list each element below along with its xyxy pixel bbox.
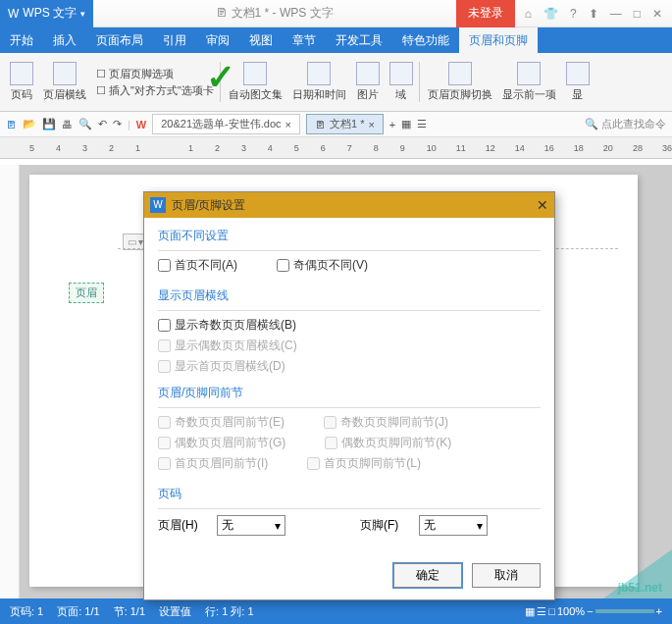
minimize-icon[interactable]: — <box>610 7 622 21</box>
wps-w-icon[interactable]: W <box>136 119 146 130</box>
status-cursor: 设置值 <box>159 604 191 619</box>
tab-header-footer[interactable]: 页眉和页脚 <box>459 27 538 53</box>
footer-pagenum-select[interactable]: 无▾ <box>419 515 488 536</box>
page-number-button[interactable]: 页码 <box>6 62 37 102</box>
first-header-line-checkbox: 显示首页页眉横线(D) <box>158 358 541 375</box>
zoom-out-button[interactable]: − <box>587 605 593 617</box>
undo-icon[interactable]: ↶ <box>98 118 107 130</box>
horizontal-ruler[interactable]: 54321123456789101112141618202836 <box>0 137 672 159</box>
footer-pagenum-label: 页脚(F) <box>360 517 411 534</box>
tab-review[interactable]: 审阅 <box>196 27 239 53</box>
print-icon[interactable]: 🖶 <box>62 119 73 130</box>
tab-pagelayout[interactable]: 页面布局 <box>86 27 153 53</box>
open-icon[interactable]: 📂 <box>23 118 36 130</box>
group-page-diff-title: 页面不同设置 <box>158 228 541 244</box>
tab-feature[interactable]: 特色功能 <box>392 27 459 53</box>
show-next-button[interactable]: 显 <box>562 62 594 102</box>
chevron-down-icon: ▾ <box>275 519 281 533</box>
insert-align-tab-button[interactable]: ☐ 插入"对齐方式"选项卡 <box>96 83 214 98</box>
status-page[interactable]: 页码: 1 <box>10 604 43 619</box>
view-mode-icon[interactable]: ▦ <box>525 605 535 618</box>
odd-even-diff-checkbox[interactable]: 奇偶页不同(V) <box>277 257 368 274</box>
ok-button[interactable]: 确定 <box>393 563 462 588</box>
doc-icon: 🖹 <box>216 6 231 20</box>
switch-icon <box>448 62 472 85</box>
annotation-checkmark-icon: ✓ <box>206 57 235 98</box>
grid-icon[interactable]: ▦ <box>401 118 411 130</box>
tab-insert[interactable]: 插入 <box>43 27 86 53</box>
login-button[interactable]: 未登录 <box>456 0 515 27</box>
zoom-level[interactable]: 100% <box>557 605 585 617</box>
shirt-icon[interactable]: 👕 <box>543 7 558 21</box>
group-pagenum-title: 页码 <box>158 486 541 502</box>
status-page-count[interactable]: 页面: 1/1 <box>57 604 99 619</box>
autotext-icon <box>243 62 267 85</box>
header-pagenum-label: 页眉(H) <box>158 517 209 534</box>
app-name: WPS 文字 <box>23 5 77 22</box>
header-line-button[interactable]: 页眉横线 <box>39 62 90 102</box>
header-footer-options-button[interactable]: ☐ 页眉页脚选项 <box>96 67 214 81</box>
menu-tabs: 开始 插入 页面布局 引用 审阅 视图 章节 开发工具 特色功能 页眉和页脚 <box>0 27 672 53</box>
bar-icon[interactable]: ☰ <box>417 118 427 130</box>
view-mode-icon[interactable]: □ <box>548 605 555 617</box>
ribbon: 页码 页眉横线 ☐ 页眉页脚选项 ☐ 插入"对齐方式"选项卡 自动图文集 日期和… <box>0 53 672 112</box>
picture-button[interactable]: 图片 <box>352 62 384 102</box>
tab-references[interactable]: 引用 <box>153 27 196 53</box>
close-tab-icon[interactable]: × <box>285 119 291 130</box>
add-tab-icon[interactable]: + <box>389 119 395 130</box>
wps-icon: W <box>150 197 166 213</box>
zoom-slider[interactable] <box>595 609 654 613</box>
window-controls: ⌂ 👕 ? ⬆ — □ ✕ <box>515 7 672 21</box>
window-title: 🖹 文档1 * - WPS 文字 <box>93 5 456 22</box>
status-rowcol: 行: 1 列: 1 <box>205 604 254 619</box>
tab-view[interactable]: 视图 <box>239 27 283 53</box>
datetime-button[interactable]: 日期和时间 <box>288 62 350 102</box>
dialog-title-bar[interactable]: W 页眉/页脚设置 ✕ <box>144 192 554 218</box>
preview-icon[interactable]: 🔍 <box>78 118 92 130</box>
first-header-prev-checkbox: 首页页眉同前节(I) <box>158 455 268 472</box>
close-icon[interactable]: ✕ <box>652 7 662 21</box>
header-pagenum-select[interactable]: 无▾ <box>217 515 285 536</box>
watermark-text: jb51.net <box>618 581 662 595</box>
vertical-ruler[interactable] <box>0 165 20 598</box>
zoom-in-button[interactable]: + <box>656 605 662 617</box>
show-prev-button[interactable]: 显示前一项 <box>498 62 560 102</box>
dialog-close-button[interactable]: ✕ <box>537 197 548 213</box>
calendar-icon <box>307 62 331 85</box>
maximize-icon[interactable]: □ <box>634 7 641 21</box>
picture-icon <box>356 62 380 85</box>
help-icon[interactable]: ? <box>570 7 577 21</box>
tab-developer[interactable]: 开发工具 <box>326 27 392 53</box>
first-page-diff-checkbox[interactable]: 首页不同(A) <box>158 257 237 274</box>
header-footer-settings-dialog: W 页眉/页脚设置 ✕ 页面不同设置 首页不同(A) 奇偶页不同(V) 显示页眉… <box>143 191 555 600</box>
skin-icon[interactable]: ⌂ <box>525 7 532 21</box>
header-line-icon <box>53 62 77 85</box>
view-mode-icon[interactable]: ☰ <box>537 605 546 618</box>
odd-footer-prev-checkbox: 奇数页页脚同前节(J) <box>324 414 448 431</box>
field-button[interactable]: 域 <box>386 62 417 102</box>
quick-access-bar: 🖹 📂 💾 🖶 🔍 ↶ ↷ | W 20&21选题单-安世伟.doc× 🖹文档1… <box>0 112 672 137</box>
redo-icon[interactable]: ↷ <box>113 118 122 130</box>
save-icon[interactable]: 💾 <box>42 118 56 130</box>
even-footer-prev-checkbox: 偶数页页脚同前节(K) <box>325 435 451 451</box>
page-number-icon <box>10 62 33 85</box>
tab-chapter[interactable]: 章节 <box>283 27 326 53</box>
zoom-controls: ▦ ☰ □ 100% − + <box>525 605 662 618</box>
command-search[interactable]: 🔍 点此查找命令 <box>585 117 666 131</box>
even-header-prev-checkbox: 偶数页页眉同前节(G) <box>158 435 285 451</box>
doc-tab-1[interactable]: 20&21选题单-安世伟.doc× <box>152 114 300 134</box>
cancel-button[interactable]: 取消 <box>472 563 541 588</box>
group-same-prev-title: 页眉/页脚同前节 <box>158 385 541 401</box>
hf-switch-button[interactable]: 页眉页脚切换 <box>419 62 496 102</box>
app-logo[interactable]: W WPS 文字 ▾ <box>0 0 93 27</box>
status-bar: 页码: 1 页面: 1/1 节: 1/1 设置值 行: 1 列: 1 ▦ ☰ □… <box>0 598 672 624</box>
close-tab-icon[interactable]: × <box>368 119 374 130</box>
field-icon <box>389 62 413 85</box>
status-section[interactable]: 节: 1/1 <box>114 604 145 619</box>
ribbon-toggle-icon[interactable]: ⬆ <box>589 7 598 21</box>
next-icon <box>566 62 590 85</box>
doc-tab-2[interactable]: 🖹文档1 *× <box>306 114 384 134</box>
tab-start[interactable]: 开始 <box>0 27 43 53</box>
new-doc-icon[interactable]: 🖹 <box>6 119 17 130</box>
odd-header-line-checkbox[interactable]: 显示奇数页页眉横线(B) <box>158 317 541 334</box>
